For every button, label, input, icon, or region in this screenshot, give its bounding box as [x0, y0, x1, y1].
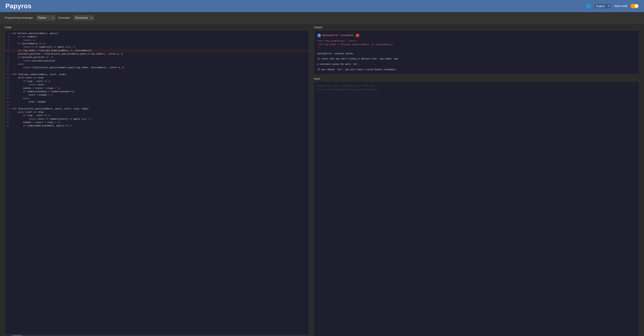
table-row: 23✓def find_bitonic_query(numbers, query… — [5, 107, 309, 110]
info-icon: ? — [317, 34, 321, 37]
dark-mode-label: Dark mode — [614, 4, 628, 7]
table-row: 17 middle = (start + stop) / 2; — [5, 87, 309, 90]
output-file-line: File "/my_program.py", line 6 — [317, 39, 636, 43]
code-editor-scroll[interactable]: 1✓def bitonic_search(numbers, query):2✓ … — [5, 30, 309, 334]
main-area: Code: 1✓def bitonic_search(numbers, quer… — [0, 23, 644, 336]
table-row: 1✓def bitonic_search(numbers, query): — [5, 32, 309, 35]
table-row: 24✓ while start <= stop: — [5, 110, 309, 114]
examples-label: Examples: — [58, 16, 71, 19]
prog-lang-label: Programming language: — [5, 16, 34, 19]
output-error-msg3: If you remove `int`, you will have a val… — [317, 68, 636, 71]
table-row: 8✓ if possible_position != -1: — [5, 56, 309, 59]
output-caret: ^ — [319, 46, 636, 50]
output-box: ? SyntaxError traceback: ! File "/my_pro… — [314, 30, 639, 74]
header: Papyros 🌐 English Français Deutsch Dark … — [0, 0, 644, 12]
output-code-line: int top_index = find_max_index(numbers, … — [319, 43, 636, 46]
table-row: 25✓ if stop - start <= 1: — [5, 114, 309, 117]
table-row: 2✓ if not numbers: — [5, 35, 309, 38]
table-row: 7 possible_position = find_bitonic_query… — [5, 52, 309, 56]
table-row: 5 return 0 if numbers[0] == query else -… — [5, 45, 309, 49]
code-lines-container: 1✓def bitonic_search(numbers, query):2✓ … — [5, 30, 309, 334]
table-row: 10✓ else: — [5, 63, 309, 66]
dark-mode-toggle[interactable] — [630, 4, 638, 8]
code-panel: Code: 1✓def bitonic_search(numbers, quer… — [0, 23, 309, 336]
table-row: 12 — [5, 69, 309, 73]
table-row: 14✓ while start <= stop: — [5, 76, 309, 80]
table-row: 16 return start — [5, 83, 309, 86]
language-select[interactable]: English Français Deutsch — [594, 3, 611, 9]
table-row: 4✓ if len(numbers) == 1: — [5, 42, 309, 45]
table-row: 3 return -1 — [5, 39, 309, 42]
header-right: 🌐 English Français Deutsch Dark mode — [586, 3, 638, 9]
output-label: Output: — [314, 23, 639, 30]
table-row: 19 start = midden + 1 — [5, 93, 309, 97]
table-row: 26 return start if numbers[start] == que… — [5, 117, 309, 121]
table-row: 28 if comp(numbers[midden], query) <= 0: — [5, 124, 309, 128]
table-row: 18✓ if numbers[middle] < numbers[middle+… — [5, 90, 309, 93]
input-label: Input: — [314, 77, 639, 80]
prog-lang-select[interactable]: Python JavaScript C++ — [36, 15, 56, 20]
table-row: 9 return possible_position — [5, 59, 309, 63]
table-row: 15✓ if stop - start <= 1: — [5, 80, 309, 83]
table-row: 11 return find_bitonic_query(numbers,que… — [5, 66, 309, 69]
table-row: 21 stop = midden — [5, 100, 309, 104]
horizontal-scrollbar[interactable] — [5, 334, 309, 336]
examples-select[interactable]: Erroneous Hello World Fibonacci — [74, 15, 94, 20]
code-label: Code: — [5, 23, 309, 30]
globe-icon: 🌐 — [586, 4, 591, 8]
app-title: Papyros — [6, 2, 32, 10]
table-row: 27 middle = (start + stop) / 2; — [5, 121, 309, 124]
syntax-error-title: SyntaxError traceback: — [322, 33, 354, 37]
input-textarea[interactable] — [314, 82, 639, 336]
output-panel: Output: ? SyntaxError traceback: ! File … — [309, 23, 644, 336]
syntax-error-header: ? SyntaxError traceback: ! — [317, 33, 636, 37]
error-exclaim-icon: ! — [356, 34, 359, 37]
table-row: 13✓def find_max_index(numbers, start, st… — [5, 73, 309, 76]
table-row: 20✓ else: — [5, 97, 309, 100]
table-row: 6 int top_index = find_max_index(numbers… — [5, 49, 309, 52]
output-error-msg2: a variable using the word `int`. — [317, 62, 636, 66]
output-error-msg1: It looks like you were trying to declare… — [317, 57, 636, 61]
output-error-type: SyntaxError: invalid syntax — [317, 52, 636, 55]
table-row: 22 — [5, 104, 309, 107]
toolbar: Programming language: Python JavaScript … — [0, 12, 644, 23]
code-editor[interactable]: 1✓def bitonic_search(numbers, query):2✓ … — [5, 30, 309, 336]
